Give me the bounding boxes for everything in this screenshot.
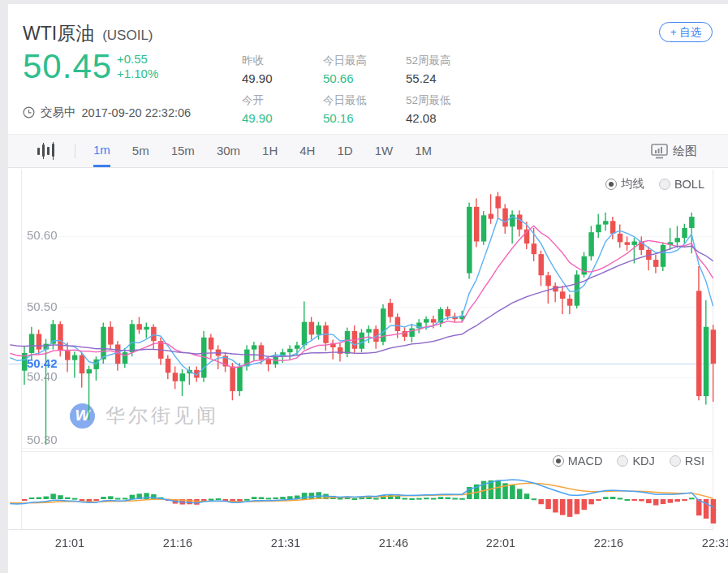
radio-macd[interactable]: MACD bbox=[553, 455, 603, 467]
radio-rsi-label: RSI bbox=[685, 455, 704, 467]
radio-kdj[interactable]: KDJ bbox=[617, 455, 654, 467]
x-axis-tick: 22:16 bbox=[594, 536, 623, 549]
radio-boll-radio-icon bbox=[659, 179, 670, 190]
y-axis-tick: 50.60 bbox=[27, 228, 58, 242]
candlestick-chart-canvas[interactable] bbox=[0, 0, 728, 573]
radio-macd-label: MACD bbox=[568, 455, 603, 467]
indicator-selector: MACDKDJRSI bbox=[553, 455, 704, 467]
radio-rsi[interactable]: RSI bbox=[670, 455, 704, 467]
overlay-selector: 均线BOLL bbox=[605, 176, 704, 192]
radio-rsi-radio-icon bbox=[670, 455, 681, 467]
current-price-tag: 50.42 bbox=[27, 356, 58, 370]
radio-boll[interactable]: BOLL bbox=[659, 178, 704, 191]
x-axis-tick: 21:01 bbox=[55, 536, 84, 549]
y-axis-tick: 50.50 bbox=[27, 299, 58, 313]
radio-macd-radio-icon bbox=[553, 455, 564, 467]
radio-kdj-label: KDJ bbox=[632, 455, 654, 467]
radio-ma-radio-icon bbox=[605, 179, 617, 190]
x-axis-tick: 22:31 bbox=[702, 536, 728, 549]
x-axis-tick: 22:01 bbox=[486, 536, 515, 549]
x-axis-tick: 21:46 bbox=[379, 536, 408, 549]
radio-ma[interactable]: 均线 bbox=[605, 176, 644, 192]
radio-kdj-radio-icon bbox=[617, 455, 628, 467]
radio-boll-label: BOLL bbox=[674, 178, 704, 191]
x-axis-tick: 21:31 bbox=[271, 536, 300, 549]
y-axis-tick: 50.40 bbox=[27, 369, 58, 383]
x-axis-tick: 21:16 bbox=[163, 536, 192, 549]
radio-ma-label: 均线 bbox=[621, 176, 644, 192]
y-axis-tick: 50.30 bbox=[27, 433, 58, 446]
